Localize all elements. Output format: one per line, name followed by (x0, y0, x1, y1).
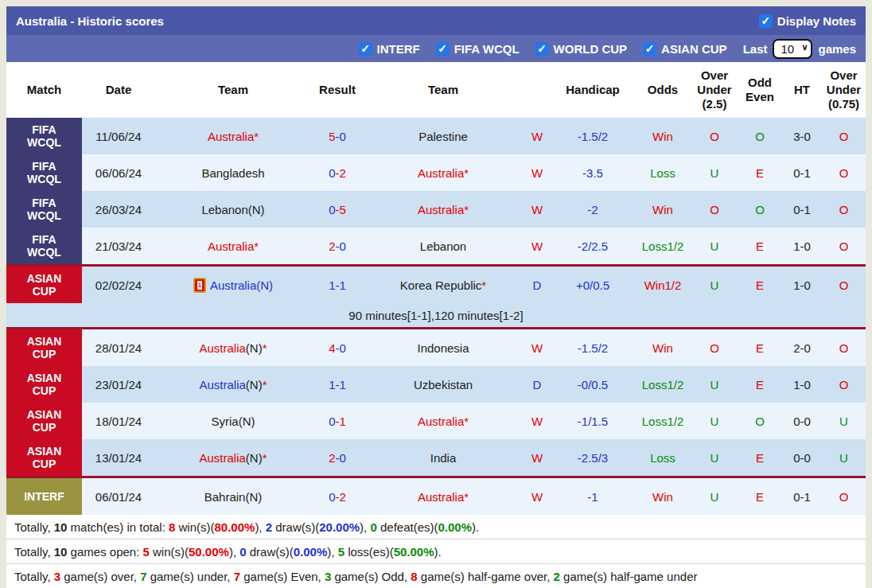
odds-result: Win (634, 118, 691, 154)
match-date: 26/03/24 (82, 191, 155, 228)
competition-label: INTERF (6, 478, 82, 515)
over-under-25-value: O (691, 191, 738, 228)
away-score: -0 (336, 130, 346, 143)
away-team-name: Lebanon (420, 239, 466, 253)
table-row: INTERF 06/01/24 Bahrain (N) 0-2 Australi… (6, 476, 866, 515)
over-under-075-value: O (822, 329, 866, 366)
away-star-suffix: * (464, 166, 469, 180)
odds-result: Loss (634, 154, 691, 191)
home-score: 2 (329, 239, 335, 253)
filter-bar: ✓ INTERF ✓ FIFA WCQL ✓ WORLD CUP ✓ ASIAN… (6, 35, 866, 62)
summary-line-open: Totally, 10 games open: 5 win(s)(50.00%)… (6, 539, 866, 563)
tournament-checkbox[interactable]: ✓ (359, 42, 372, 56)
tournament-checkbox[interactable]: ✓ (643, 42, 656, 56)
result: 2-0 (311, 228, 364, 264)
summary-line-total: Totally, 10 match(es) in total: 8 win(s)… (6, 515, 866, 539)
match-date: 13/01/24 (82, 439, 155, 476)
home-score: 0 (329, 490, 335, 504)
away-score: -1 (336, 415, 346, 428)
header-odd-even: Odd Even (738, 62, 782, 118)
match-date: 11/06/24 (82, 118, 155, 154)
over-under-075-value: O (822, 478, 866, 515)
tournament-label: WORLD CUP (554, 42, 628, 56)
competition-label: FIFA WCQL (6, 191, 82, 228)
odd-even-value: E (738, 329, 782, 366)
competition-label: FIFA WCQL (6, 228, 82, 264)
home-team-name: Bahrain (204, 490, 246, 504)
over-under-075-value: O (822, 267, 866, 303)
away-team-name: Australia (418, 490, 464, 504)
odd-even-value: O (738, 191, 782, 228)
competition-label: ASIAN CUP (6, 267, 82, 303)
header-team-away: Team (364, 62, 523, 118)
away-team: India (364, 439, 523, 476)
tournament-checkbox[interactable]: ✓ (436, 42, 450, 56)
home-neutral-suffix: (N) (256, 278, 273, 292)
home-score: 0 (329, 166, 335, 180)
over-under-075-value: O (822, 191, 866, 228)
odd-even-value: O (738, 118, 782, 154)
home-team: Australia (N) * (155, 439, 311, 476)
over-under-075-value: O (822, 366, 866, 403)
tournament-label: INTERF (377, 42, 420, 56)
competition-label: FIFA WCQL (6, 154, 82, 191)
table-header: Match Date Team Result Team Handicap Odd… (6, 62, 866, 118)
half-time-score: 0-0 (782, 439, 822, 476)
match-date: 06/06/24 (82, 154, 155, 191)
odd-even-value: E (738, 366, 782, 403)
tournament-checkbox[interactable]: ✓ (535, 42, 549, 56)
handicap-value: -1.5/2 (551, 118, 634, 154)
over-under-25-value: U (691, 478, 738, 515)
tournament-filter: ✓ ASIAN CUP (643, 42, 727, 56)
competition-label: ASIAN CUP (6, 403, 82, 439)
table-row: FIFA WCQL 11/06/24 Australia * 5-0 Pales… (6, 118, 866, 154)
header-result: Result (311, 62, 364, 118)
away-star-suffix: * (481, 278, 486, 292)
result: 2-0 (311, 439, 364, 476)
home-team: Syria (N) (155, 403, 311, 439)
win-draw-loss: D (523, 366, 551, 403)
last-games-select[interactable]: 10 (773, 39, 812, 59)
odd-even-value: O (738, 403, 782, 439)
table-row: FIFA WCQL 06/06/24 Bangladesh 0-2 Austra… (6, 154, 866, 191)
result: 0-2 (311, 478, 364, 515)
home-team: Bahrain (N) (155, 478, 311, 515)
away-team-name: Palestine (418, 130, 468, 143)
home-team-name: Lebanon (201, 203, 247, 216)
header-team-home: Team (155, 62, 311, 118)
result: 0-5 (311, 191, 364, 228)
home-team: Bangladesh (155, 154, 311, 191)
half-time-score: 0-1 (782, 191, 822, 228)
handicap-value: -1/1.5 (551, 403, 634, 439)
match-date: 02/02/24 (82, 267, 155, 303)
win-draw-loss: W (523, 329, 551, 366)
away-score: -0 (336, 341, 346, 355)
result: 4-0 (311, 329, 364, 366)
home-neutral-suffix: (N) (245, 490, 262, 504)
over-under-25-value: U (691, 403, 738, 439)
away-star-suffix: * (464, 415, 469, 428)
match-date: 23/01/24 (82, 366, 155, 403)
over-under-075-value: O (822, 154, 866, 191)
header-handicap: Handicap (551, 62, 634, 118)
handicap-value: -2/2.5 (551, 228, 634, 264)
away-team-name: Australia (418, 415, 464, 428)
home-team-name: Syria (211, 415, 238, 428)
result: 5-0 (311, 118, 364, 154)
summary: Totally, 10 match(es) in total: 8 win(s)… (6, 515, 866, 588)
win-draw-loss: W (523, 403, 551, 439)
display-notes-checkbox[interactable]: ✓ (759, 14, 773, 28)
games-label: games (818, 42, 856, 56)
table-row: ASIAN CUP 13/01/24 Australia (N) * 2-0 I… (6, 439, 866, 476)
home-score: 2 (329, 451, 335, 465)
away-team-name: Indonesia (417, 341, 469, 355)
handicap-value: -2.5/3 (551, 439, 634, 476)
win-draw-loss: W (523, 439, 551, 476)
home-star-suffix: * (263, 341, 267, 355)
away-score: -0 (336, 239, 346, 253)
result: 0-1 (311, 403, 364, 439)
home-team: Australia (N) * (155, 329, 311, 366)
handicap-value: -0/0.5 (551, 366, 634, 403)
home-team: Australia * (155, 118, 311, 154)
half-time-score: 2-0 (782, 329, 822, 366)
